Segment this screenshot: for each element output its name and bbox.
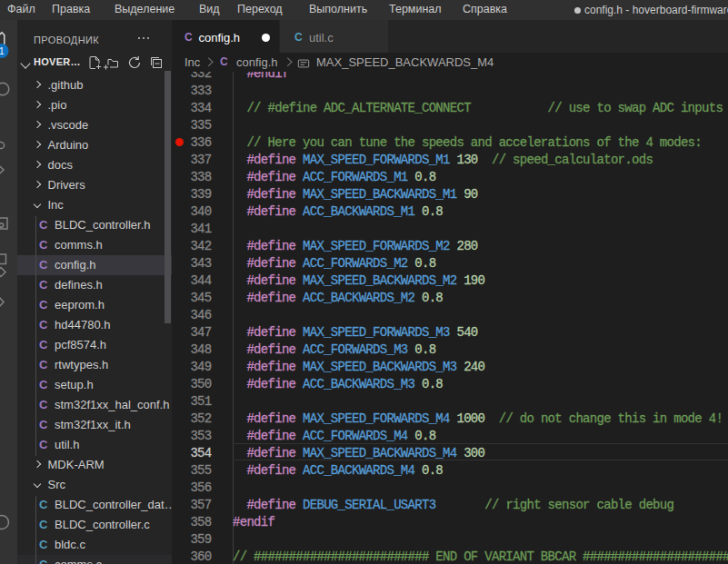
- svg-text:1: 1: [0, 46, 5, 56]
